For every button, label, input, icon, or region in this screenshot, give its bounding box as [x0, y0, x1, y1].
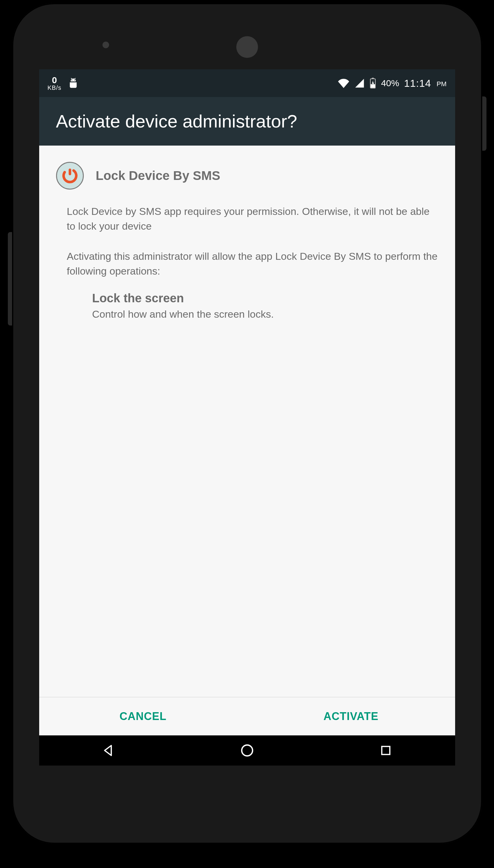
activate-button[interactable]: ACTIVATE [247, 697, 455, 735]
navigation-bar [39, 735, 455, 766]
permission-list: Lock the screen Control how and when the… [92, 289, 438, 322]
status-bar-left: 0 KB/s [48, 76, 78, 91]
battery-percentage: 40% [381, 78, 399, 88]
svg-rect-6 [69, 169, 71, 175]
phone-frame: 0 KB/s [12, 3, 482, 844]
phone-power-button [482, 96, 487, 151]
svg-point-0 [72, 80, 72, 80]
network-speed-value: 0 [48, 76, 61, 85]
app-icon [56, 162, 84, 190]
status-bar-right: 40% 11:14 PM [338, 77, 446, 89]
permission-item: Lock the screen Control how and when the… [92, 289, 438, 322]
page-title: Activate device administrator? [56, 111, 438, 132]
permission-item-title: Lock the screen [92, 289, 438, 307]
svg-point-1 [74, 80, 75, 80]
wifi-icon [338, 78, 349, 88]
permission-item-subtitle: Control how and when the screen locks. [92, 307, 438, 322]
battery-charging-icon [369, 78, 376, 89]
status-bar: 0 KB/s [39, 69, 455, 97]
permission-intro: Activating this administrator will allow… [67, 249, 438, 279]
nav-back-button[interactable] [101, 742, 116, 758]
clock-ampm: PM [437, 80, 447, 89]
svg-rect-8 [382, 747, 390, 755]
cancel-button[interactable]: CANCEL [39, 697, 247, 735]
clock-time: 11:14 [404, 77, 431, 89]
button-bar: CANCEL ACTIVATE [39, 697, 455, 735]
screen: 0 KB/s [39, 69, 455, 766]
phone-volume-button [8, 232, 12, 326]
app-name: Lock Device By SMS [96, 167, 220, 185]
nav-home-button[interactable] [239, 742, 255, 758]
svg-rect-3 [372, 78, 374, 79]
app-bar: Activate device administrator? [39, 97, 455, 146]
app-header-row: Lock Device By SMS [56, 162, 438, 190]
nav-recents-button[interactable] [378, 742, 394, 758]
android-debug-icon [68, 77, 78, 89]
permission-description: Lock Device by SMS app requires your per… [67, 204, 438, 234]
network-speed-unit: KB/s [48, 85, 61, 91]
cellular-signal-icon [355, 78, 365, 88]
svg-point-7 [242, 745, 252, 756]
content-area: Lock Device By SMS Lock Device by SMS ap… [39, 146, 455, 697]
network-speed-indicator: 0 KB/s [48, 76, 61, 91]
